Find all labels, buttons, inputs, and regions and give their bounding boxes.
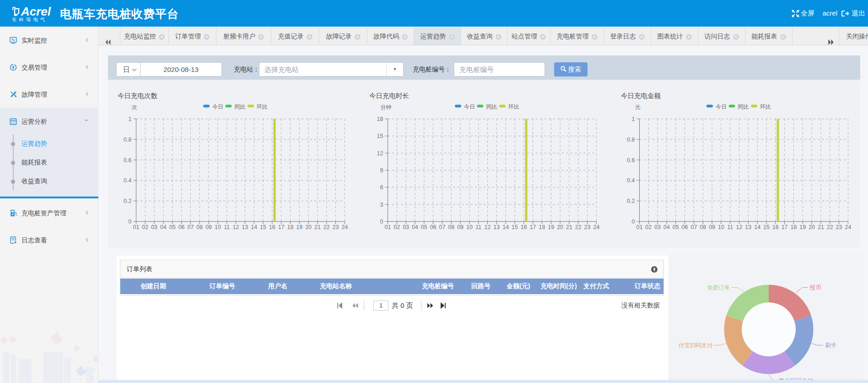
svg-text:12: 12 xyxy=(736,224,743,230)
svg-text:22: 22 xyxy=(827,224,833,230)
svg-text:1: 1 xyxy=(632,116,635,122)
svg-text:07: 07 xyxy=(439,224,445,230)
svg-text:03: 03 xyxy=(403,224,409,230)
svg-text:01: 01 xyxy=(385,224,391,230)
svg-text:16: 16 xyxy=(269,224,275,230)
svg-text:免费订单: 免费订单 xyxy=(707,285,730,291)
svg-text:14: 14 xyxy=(251,224,257,230)
svg-text:0: 0 xyxy=(380,219,383,225)
svg-text:01: 01 xyxy=(636,224,643,230)
svg-text:6: 6 xyxy=(380,184,383,191)
svg-text:15: 15 xyxy=(763,224,770,230)
svg-text:10: 10 xyxy=(466,224,473,230)
svg-text:0: 0 xyxy=(129,219,132,225)
svg-text:12: 12 xyxy=(485,224,491,230)
svg-text:05: 05 xyxy=(421,224,427,230)
svg-text:15: 15 xyxy=(377,133,383,139)
svg-text:元: 元 xyxy=(635,104,641,110)
svg-text:15: 15 xyxy=(260,224,266,230)
svg-text:13: 13 xyxy=(493,224,500,230)
svg-text:0.2: 0.2 xyxy=(124,198,131,204)
svg-text:0.6: 0.6 xyxy=(124,157,131,164)
svg-text:04: 04 xyxy=(663,224,670,230)
svg-text:环比: 环比 xyxy=(508,104,519,110)
svg-text:01: 01 xyxy=(133,224,140,230)
svg-text:17: 17 xyxy=(278,224,285,230)
svg-text:同比: 同比 xyxy=(738,104,749,110)
svg-text:环比: 环比 xyxy=(760,104,771,110)
svg-text:08: 08 xyxy=(196,224,203,230)
svg-text:09: 09 xyxy=(709,224,715,230)
svg-text:21: 21 xyxy=(818,224,824,230)
svg-text:02: 02 xyxy=(394,224,400,230)
svg-text:05: 05 xyxy=(169,224,176,230)
svg-text:06: 06 xyxy=(430,224,437,230)
svg-text:19: 19 xyxy=(296,224,302,230)
svg-text:0.8: 0.8 xyxy=(627,137,635,143)
svg-text:同比: 同比 xyxy=(235,104,246,110)
svg-text:付宝扫码支付: 付宝扫码支付 xyxy=(678,342,713,349)
svg-text:18: 18 xyxy=(287,224,293,230)
svg-text:17: 17 xyxy=(782,224,788,230)
svg-text:今日: 今日 xyxy=(716,104,727,110)
svg-text:同比: 同比 xyxy=(486,104,497,110)
svg-text:05: 05 xyxy=(673,224,679,230)
svg-text:14: 14 xyxy=(502,224,509,230)
svg-text:9: 9 xyxy=(380,167,383,174)
svg-text:17: 17 xyxy=(530,224,536,230)
svg-text:刷卡: 刷卡 xyxy=(825,342,836,349)
svg-text:06: 06 xyxy=(178,224,185,230)
svg-text:10: 10 xyxy=(215,224,221,230)
svg-text:03: 03 xyxy=(654,224,661,230)
svg-text:15: 15 xyxy=(512,224,518,230)
svg-text:21: 21 xyxy=(314,224,321,230)
svg-text:14: 14 xyxy=(754,224,760,230)
svg-text:0: 0 xyxy=(632,219,635,225)
svg-text:24: 24 xyxy=(593,224,599,230)
svg-text:20: 20 xyxy=(809,224,815,230)
svg-text:12: 12 xyxy=(377,150,383,157)
svg-text:11: 11 xyxy=(727,224,733,230)
svg-text:10: 10 xyxy=(718,224,724,230)
svg-text:09: 09 xyxy=(205,224,212,230)
svg-text:02: 02 xyxy=(645,224,652,230)
svg-text:次: 次 xyxy=(132,104,137,110)
svg-text:04: 04 xyxy=(412,224,418,230)
svg-text:23: 23 xyxy=(333,224,339,230)
svg-text:1: 1 xyxy=(129,116,132,122)
svg-text:19: 19 xyxy=(548,224,554,230)
svg-text:04: 04 xyxy=(160,224,167,230)
svg-text:24: 24 xyxy=(341,224,348,230)
svg-text:18: 18 xyxy=(790,224,797,230)
svg-text:今日充电金额: 今日充电金额 xyxy=(621,92,661,99)
svg-text:18: 18 xyxy=(377,116,383,122)
svg-text:19: 19 xyxy=(799,224,806,230)
svg-text:23: 23 xyxy=(584,224,591,230)
svg-text:16: 16 xyxy=(521,224,527,230)
svg-text:投币: 投币 xyxy=(809,285,821,291)
svg-text:环比: 环比 xyxy=(256,104,268,110)
svg-text:09: 09 xyxy=(457,224,464,230)
svg-text:18: 18 xyxy=(539,224,545,230)
svg-text:24: 24 xyxy=(845,224,851,230)
svg-text:02: 02 xyxy=(142,224,148,230)
svg-text:07: 07 xyxy=(690,224,697,230)
svg-text:22: 22 xyxy=(575,224,582,230)
svg-text:20: 20 xyxy=(305,224,312,230)
svg-text:今日充电时长: 今日充电时长 xyxy=(369,92,409,99)
svg-text:20: 20 xyxy=(557,224,563,230)
svg-text:0.2: 0.2 xyxy=(627,198,635,204)
svg-text:21: 21 xyxy=(566,224,572,230)
svg-text:11: 11 xyxy=(475,224,481,230)
svg-text:03: 03 xyxy=(151,224,157,230)
svg-text:06: 06 xyxy=(682,224,688,230)
svg-text:07: 07 xyxy=(187,224,194,230)
svg-text:11: 11 xyxy=(224,224,230,230)
svg-text:0.4: 0.4 xyxy=(627,177,635,184)
svg-text:12: 12 xyxy=(233,224,239,230)
svg-text:今日: 今日 xyxy=(464,104,475,110)
svg-text:0.4: 0.4 xyxy=(124,177,131,184)
svg-text:3: 3 xyxy=(380,202,383,208)
svg-text:分钟: 分钟 xyxy=(381,104,392,110)
svg-text:08: 08 xyxy=(700,224,706,230)
